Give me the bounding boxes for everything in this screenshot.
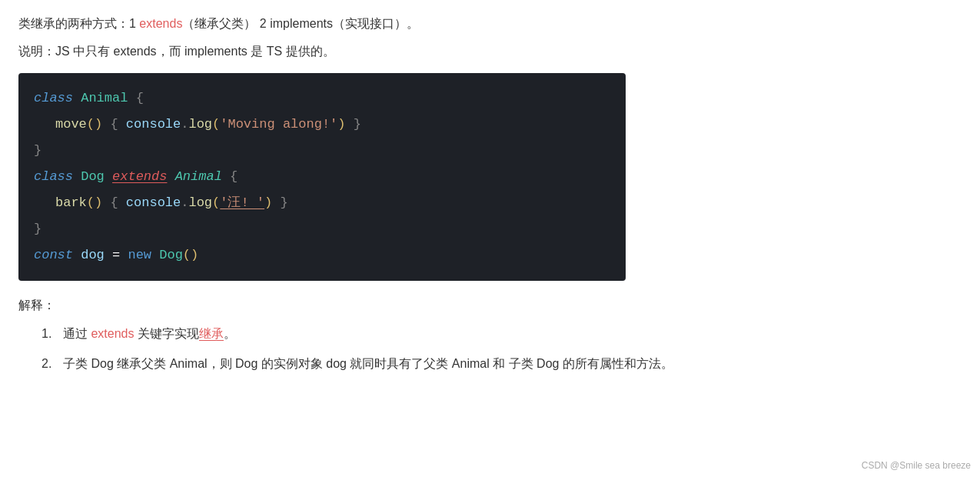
intro-line2: 说明：JS 中只有 extends，而 implements 是 TS 提供的。	[18, 42, 962, 62]
explanation-item-2-text: 子类 Dog 继承父类 Animal，则 Dog 的实例对象 dog 就同时具有…	[63, 353, 673, 374]
extends-keyword: extends	[139, 17, 182, 30]
intro-prefix: 类继承的两种方式：1	[18, 17, 139, 30]
exp1-extends: extends	[91, 327, 134, 340]
explanation-item-1-content: 通过 extends 关键字实现继承。	[63, 323, 236, 344]
code-line-7: const dog = new Dog()	[34, 242, 610, 269]
explanation-item-2: 2. 子类 Dog 继承父类 Animal，则 Dog 的实例对象 dog 就同…	[42, 353, 962, 374]
exp1-middle: 关键字实现	[135, 327, 199, 340]
code-block: class Animal { move() { console.log('Mov…	[18, 73, 626, 281]
code-line-4: class Dog extends Animal {	[34, 164, 610, 190]
code-line-3: }	[34, 138, 610, 164]
intro-line1: 类继承的两种方式：1 extends（继承父类） 2 implements（实现…	[18, 14, 962, 34]
code-line-6: }	[34, 216, 610, 242]
explanation-list: 1. 通过 extends 关键字实现继承。 2. 子类 Dog 继承父类 An…	[42, 323, 962, 374]
exp1-prefix: 通过	[63, 327, 91, 340]
explanation-item-1: 1. 通过 extends 关键字实现继承。	[42, 323, 962, 344]
intro-middle: （继承父类） 2 implements（实现接口）。	[182, 17, 419, 30]
watermark: CSDN @Smile sea breeze	[862, 460, 971, 471]
list-num-1: 1.	[42, 323, 63, 344]
exp1-suffix: 。	[224, 327, 236, 340]
list-num-2: 2.	[42, 353, 63, 374]
code-line-2: move() { console.log('Moving along!') }	[34, 112, 610, 138]
code-line-5: bark() { console.log('汪! ') }	[34, 190, 610, 216]
exp1-jicheng: 继承	[199, 327, 224, 341]
code-line-1: class Animal {	[34, 85, 610, 112]
explanation-title: 解释：	[18, 298, 962, 314]
